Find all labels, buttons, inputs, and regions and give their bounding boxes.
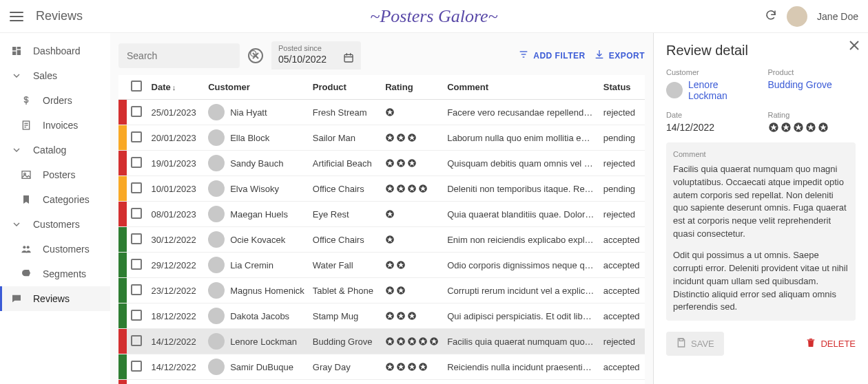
col-header-product[interactable]: Product bbox=[309, 75, 381, 100]
export-label: EXPORT bbox=[609, 51, 645, 61]
cell-product: Eye Rest bbox=[309, 202, 381, 227]
customer-avatar bbox=[208, 231, 225, 248]
save-button: SAVE bbox=[666, 332, 724, 356]
save-icon bbox=[676, 337, 687, 350]
chevron-icon bbox=[10, 70, 23, 81]
sidebar-item-categories[interactable]: Categories bbox=[0, 187, 110, 212]
status-stripe bbox=[118, 329, 127, 354]
sort-desc-icon: ↓ bbox=[172, 83, 176, 92]
sidebar-item-orders[interactable]: Orders bbox=[0, 88, 110, 113]
col-header-status[interactable]: Status bbox=[599, 75, 645, 100]
table-row[interactable]: 30/12/2022Ocie KovacekOffice ChairsEnim … bbox=[118, 227, 645, 253]
sidebar-item-catalog[interactable]: Catalog bbox=[0, 138, 110, 162]
cell-customer: Sandy Bauch bbox=[204, 151, 309, 176]
sidebar-item-invoices[interactable]: Invoices bbox=[0, 113, 110, 138]
col-header-customer[interactable]: Customer bbox=[204, 75, 309, 100]
row-checkbox[interactable] bbox=[131, 106, 142, 117]
invoice-icon bbox=[19, 120, 33, 131]
cell-customer: Lia Cremin bbox=[204, 253, 309, 278]
cell-customer: Magnus Homenick bbox=[204, 278, 309, 303]
col-header-date[interactable]: Date↓ bbox=[147, 75, 205, 100]
delete-button[interactable]: DELETE bbox=[805, 337, 856, 350]
row-checkbox[interactable] bbox=[131, 131, 142, 142]
cell-status: pending bbox=[599, 176, 645, 202]
search-input-wrapper[interactable] bbox=[118, 43, 240, 68]
user-name: Jane Doe bbox=[817, 11, 858, 22]
row-checkbox[interactable] bbox=[131, 335, 142, 346]
table-row[interactable]: 12/12/2022Ellie KoeppBridge LightsAssume… bbox=[118, 380, 645, 385]
cell-date: 10/01/2023 bbox=[147, 176, 205, 202]
table-row[interactable]: 20/01/2023Ella BlockSailor ManLaborum nu… bbox=[118, 125, 645, 151]
cell-product: Sailor Man bbox=[309, 125, 381, 151]
select-all-checkbox[interactable] bbox=[131, 81, 142, 92]
sidebar-item-customers[interactable]: Customers bbox=[0, 237, 110, 262]
add-filter-button[interactable]: ADD FILTER bbox=[518, 49, 585, 62]
table-row[interactable]: 23/12/2022Magnus HomenickTablet & PhoneC… bbox=[118, 278, 645, 303]
calendar-icon bbox=[343, 52, 354, 65]
chat-icon bbox=[10, 293, 23, 304]
cell-rating bbox=[381, 100, 443, 125]
row-checkbox[interactable] bbox=[131, 233, 142, 244]
table-row[interactable]: 29/12/2022Lia CreminWater FallOdio corpo… bbox=[118, 253, 645, 278]
sidebar-item-label: Orders bbox=[43, 95, 72, 106]
cell-customer: Ella Block bbox=[204, 125, 309, 151]
sidebar-item-label: Categories bbox=[43, 194, 90, 205]
row-checkbox[interactable] bbox=[131, 310, 142, 321]
table-row[interactable]: 14/12/2022Lenore LockmanBudding GroveFac… bbox=[118, 329, 645, 354]
sidebar-item-segments[interactable]: Segments bbox=[0, 262, 110, 286]
cell-date: 12/12/2022 bbox=[147, 380, 205, 385]
detail-title: Review detail bbox=[666, 43, 856, 58]
clear-filter-button[interactable] bbox=[248, 48, 263, 63]
detail-customer-link[interactable]: Lenore Lockman bbox=[688, 79, 754, 101]
search-input[interactable] bbox=[125, 50, 249, 62]
detail-comment-box[interactable]: Comment Facilis quia quaerat numquam quo… bbox=[666, 142, 856, 321]
posted-since-filter[interactable]: Posted since 05/10/2022 bbox=[271, 41, 361, 70]
trash-icon bbox=[805, 337, 816, 350]
cell-comment: Qui adipisci perspiciatis. Et odit lib… bbox=[443, 303, 599, 329]
row-checkbox[interactable] bbox=[131, 182, 142, 193]
customer-avatar bbox=[208, 129, 225, 146]
refresh-icon[interactable] bbox=[765, 9, 777, 23]
export-button[interactable]: EXPORT bbox=[594, 49, 645, 62]
sidebar-item-posters[interactable]: Posters bbox=[0, 162, 110, 187]
sidebar-item-label: Sales bbox=[33, 70, 57, 81]
detail-product-link[interactable]: Budding Grove bbox=[768, 79, 856, 90]
table-row[interactable]: 19/01/2023Sandy BauchArtificial BeachQui… bbox=[118, 151, 645, 176]
sidebar-item-sales[interactable]: Sales bbox=[0, 63, 110, 88]
dashboard-icon bbox=[10, 45, 23, 56]
cell-rating bbox=[381, 125, 443, 151]
svg-rect-4 bbox=[17, 50, 21, 55]
row-checkbox[interactable] bbox=[131, 361, 142, 372]
sidebar: DashboardSalesOrdersInvoicesCatalogPoste… bbox=[0, 33, 110, 384]
row-checkbox[interactable] bbox=[131, 259, 142, 270]
col-header-comment[interactable]: Comment bbox=[443, 75, 599, 100]
cell-customer: Ellie Koepp bbox=[204, 380, 309, 385]
cell-comment: Assumenda voluptatem voluptate… bbox=[443, 380, 599, 385]
table-row[interactable]: 18/12/2022Dakota JacobsStamp MugQui adip… bbox=[118, 303, 645, 329]
status-stripe bbox=[118, 354, 127, 380]
user-avatar[interactable] bbox=[787, 6, 807, 27]
image-icon bbox=[19, 169, 33, 180]
sidebar-item-reviews[interactable]: Reviews bbox=[0, 286, 110, 311]
table-row[interactable]: 14/12/2022Samir DuBuqueGray DayReiciendi… bbox=[118, 354, 645, 380]
cell-status: accepted bbox=[599, 227, 645, 253]
row-checkbox[interactable] bbox=[131, 208, 142, 219]
status-stripe bbox=[118, 303, 127, 329]
cell-product: Budding Grove bbox=[309, 329, 381, 354]
col-header-rating[interactable]: Rating bbox=[381, 75, 443, 100]
sidebar-item-dashboard[interactable]: Dashboard bbox=[0, 39, 110, 63]
table-row[interactable]: 10/01/2023Elva WisokyOffice ChairsDeleni… bbox=[118, 176, 645, 202]
row-checkbox[interactable] bbox=[131, 284, 142, 295]
status-stripe bbox=[118, 227, 127, 253]
cell-date: 23/12/2022 bbox=[147, 278, 205, 303]
table-row[interactable]: 08/01/2023Maegan HuelsEye RestQuia quaer… bbox=[118, 202, 645, 227]
detail-comment-p1: Facilis quia quaerat numquam quo magni v… bbox=[673, 163, 849, 241]
cell-product: Office Chairs bbox=[309, 176, 381, 202]
close-detail-button[interactable] bbox=[849, 40, 860, 53]
cell-date: 20/01/2023 bbox=[147, 125, 205, 151]
cell-rating bbox=[381, 278, 443, 303]
row-checkbox[interactable] bbox=[131, 157, 142, 168]
menu-toggle-button[interactable] bbox=[10, 12, 23, 21]
sidebar-item-customers[interactable]: Customers bbox=[0, 212, 110, 237]
table-row[interactable]: 25/01/2023Nia HyattFresh StreamFacere ve… bbox=[118, 100, 645, 125]
